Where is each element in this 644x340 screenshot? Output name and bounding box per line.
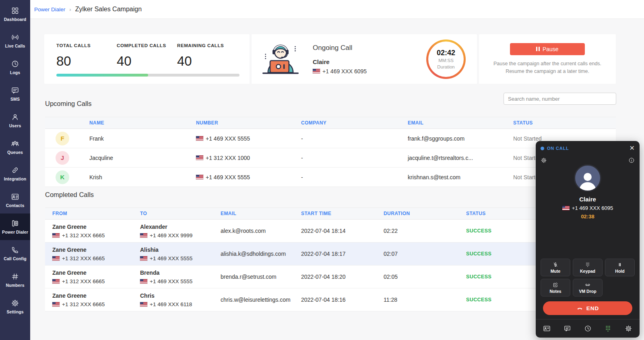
sidebar-label: Logs — [10, 70, 20, 75]
upcoming-row[interactable]: J Jacquline +1 312 XXX 1000 - jacquline.… — [45, 148, 616, 168]
sidebar-item-settings[interactable]: Settings — [0, 293, 30, 320]
stat-remaining-calls: REMAINING CALLS 40 — [177, 43, 237, 69]
us-flag-icon — [52, 302, 60, 307]
button-label: Mute — [551, 269, 561, 274]
start-time: 2022-07-04 18:20 — [294, 274, 376, 280]
settings-gear-icon — [11, 299, 19, 307]
end-button-label: END — [586, 305, 599, 311]
sidebar-label: Settings — [6, 309, 23, 314]
caller-name: Claire — [541, 196, 635, 203]
sidebar: Dashboard Live Calls Logs SMS Users Queu… — [0, 0, 30, 340]
ongoing-call-title: Ongoing Call — [313, 44, 426, 52]
caller-number: +1 469 XXX 6095 — [572, 205, 613, 211]
call-timer: 02:38 — [541, 214, 635, 220]
keypad-button[interactable]: Keypad — [573, 259, 603, 276]
sidebar-item-logs[interactable]: Logs — [0, 54, 30, 81]
upcoming-row[interactable]: K Krish +1 469 XXX 5555 - krishnan.s@tes… — [45, 168, 616, 187]
breadcrumb-parent-link[interactable]: Power Dialer — [34, 6, 65, 12]
mute-button[interactable]: Mute — [541, 259, 570, 276]
dashboard-icon — [11, 6, 19, 15]
us-flag-icon — [52, 256, 60, 261]
voicemail-icon — [585, 282, 590, 288]
sidebar-item-users[interactable]: Users — [0, 107, 30, 134]
us-flag-icon — [562, 206, 570, 210]
sidebar-label: Call Config — [4, 256, 27, 261]
us-flag-icon — [196, 155, 203, 160]
stat-value: 40 — [177, 54, 237, 69]
email: brenda.r@setrust.com — [213, 274, 294, 280]
sidebar-item-integration[interactable]: Integration — [0, 160, 30, 187]
contact-number: +1 469 XXX 5555 — [206, 174, 250, 180]
contact-company: - — [301, 155, 408, 161]
duration: 02:07 — [376, 251, 459, 257]
call-duration-ring: 02:42 MM:SS Duration — [426, 39, 466, 79]
sms-chat-icon — [11, 86, 19, 95]
contact-name: Frank — [89, 135, 196, 142]
sidebar-label: Integration — [4, 176, 26, 181]
to-name: Brenda — [140, 270, 213, 276]
notes-button[interactable]: Notes — [541, 279, 570, 296]
stat-label: REMAINING CALLS — [177, 43, 237, 48]
sidebar-label: Users — [9, 123, 21, 128]
us-flag-icon — [52, 233, 60, 238]
hold-button[interactable]: Hold — [605, 259, 635, 276]
start-time: 2022-07-04 18:16 — [294, 296, 376, 303]
sidebar-item-queues[interactable]: Queues — [0, 134, 30, 160]
column-header-name: NAME — [89, 120, 196, 126]
vm-drop-button[interactable]: VM Drop — [573, 279, 603, 296]
contact-number: +1 312 XXX 1000 — [206, 155, 250, 161]
us-flag-icon — [313, 69, 320, 73]
completed-row[interactable]: Zane Greene +1 312 XXX 6665 Alishia +1 4… — [45, 243, 616, 265]
to-number: +1 469 XXX 9999 — [150, 232, 192, 238]
call-widget: ON CALL ✕ Claire +1 469 XXX 6095 02:38 M… — [536, 141, 640, 338]
to-number: +1 469 XXX 6118 — [150, 301, 192, 307]
call-duration-value: 02:42 — [437, 49, 455, 57]
column-header-status: STATUS — [513, 120, 616, 126]
close-icon[interactable]: ✕ — [630, 145, 635, 151]
contact-company: - — [301, 135, 408, 142]
widget-settings-icon[interactable] — [625, 325, 632, 332]
live-calls-icon — [11, 33, 19, 41]
sidebar-item-call-config[interactable]: Call Config — [0, 240, 30, 267]
button-label: VM Drop — [579, 289, 596, 294]
chat-icon[interactable] — [564, 325, 571, 332]
pause-icon — [536, 47, 540, 51]
ongoing-call-card: Ongoing Call Claire +1 469 XXX 6095 02:4… — [252, 34, 477, 84]
sidebar-item-sms[interactable]: SMS — [0, 81, 30, 107]
start-time: 2022-07-04 18:14 — [294, 228, 376, 234]
upcoming-calls-table: NAME NUMBER COMPANY EMAIL STATUS F Frank… — [45, 117, 616, 187]
widget-bottom-toolbar — [536, 319, 640, 338]
call-config-phone-icon — [11, 246, 19, 254]
to-name: Alishia — [140, 247, 213, 253]
keypad-icon — [585, 262, 590, 267]
sidebar-item-live-calls[interactable]: Live Calls — [0, 27, 30, 54]
sidebar-item-contacts[interactable]: Contacts — [0, 187, 30, 214]
sidebar-item-dashboard[interactable]: Dashboard — [0, 1, 30, 27]
campaign-progress-fill — [56, 74, 148, 77]
us-flag-icon — [140, 256, 147, 261]
dialer-keypad-icon[interactable] — [604, 325, 612, 332]
to-number: +1 469 XXX 5555 — [150, 278, 192, 284]
button-label: Keypad — [580, 269, 595, 274]
contact-company: - — [301, 174, 408, 180]
call-history-icon[interactable] — [584, 325, 592, 332]
sidebar-item-power-dialer[interactable]: Power Dialer — [0, 214, 30, 240]
column-header-start-time: START TIME — [294, 211, 376, 216]
pause-button[interactable]: Pause — [510, 43, 585, 55]
completed-row[interactable]: Zane Greene +1 312 XXX 6665 Alexander +1… — [45, 220, 616, 243]
column-header-email: EMAIL — [213, 211, 294, 216]
sidebar-item-numbers[interactable]: Numbers — [0, 267, 30, 293]
widget-settings-gear-icon[interactable] — [541, 157, 547, 164]
contacts-card-icon[interactable] — [543, 325, 551, 332]
queues-group-icon — [11, 139, 19, 148]
info-icon[interactable] — [628, 157, 635, 164]
upcoming-row[interactable]: F Frank +1 469 XXX 5555 - frank.f@sggrou… — [45, 129, 616, 148]
completed-row[interactable]: Zane Greene +1 312 XXX 6665 Brenda +1 46… — [45, 265, 616, 288]
search-input[interactable] — [504, 93, 616, 105]
button-label: Notes — [549, 289, 561, 294]
from-name: Zane Greene — [52, 292, 133, 299]
duration: 02:22 — [376, 228, 459, 234]
end-call-button[interactable]: END — [543, 301, 632, 315]
completed-row[interactable]: Zane Greene +1 312 XXX 6665 Chris +1 469… — [45, 288, 616, 311]
us-flag-icon — [52, 279, 60, 284]
